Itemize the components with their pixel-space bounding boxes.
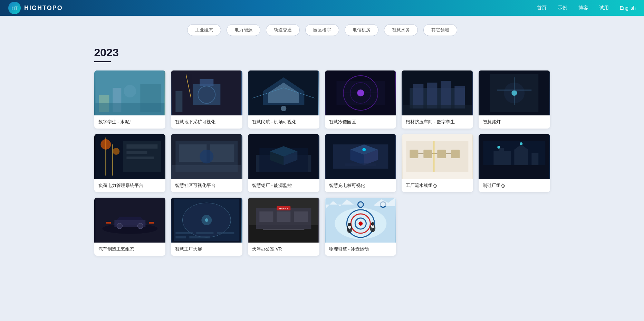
card-5-title: 铝材挤压车间 - 数字孪生	[402, 115, 473, 129]
svg-rect-102	[189, 236, 210, 238]
svg-rect-100	[217, 232, 234, 234]
card-11-title: 工厂流水线组态	[402, 179, 473, 192]
nav-blog[interactable]: 博客	[578, 5, 588, 11]
svg-point-117	[358, 221, 363, 226]
nav-examples[interactable]: 示例	[558, 5, 567, 11]
card-8[interactable]: 智慧社区可视化平台	[171, 134, 242, 192]
nav-trial[interactable]: 试用	[599, 5, 609, 11]
svg-rect-50	[210, 144, 234, 162]
nav-home[interactable]: 首页	[537, 5, 547, 11]
svg-point-97	[205, 218, 208, 222]
svg-rect-28	[441, 81, 451, 108]
nav-lang[interactable]: English	[620, 5, 636, 11]
filter-rail[interactable]: 轨道交通	[266, 24, 300, 36]
card-3-thumb	[248, 70, 319, 115]
filter-campus[interactable]: 园区楼宇	[305, 24, 339, 36]
card-2[interactable]: 智慧地下采矿可视化	[171, 70, 242, 129]
cards-grid: 数字孪生 - 水泥厂 智慧地下采矿可视化	[94, 70, 550, 256]
logo[interactable]: HT HIGHTOPO	[8, 2, 63, 14]
card-3-title: 智慧民航 - 机场可视化	[248, 115, 319, 129]
svg-rect-106	[259, 211, 273, 222]
svg-point-42	[113, 148, 119, 155]
svg-rect-46	[126, 157, 154, 159]
card-4[interactable]: 智慧冷链园区	[325, 70, 396, 129]
card-15[interactable]: HAPPY 天津办公室 VR	[248, 198, 319, 256]
card-10[interactable]: 智慧充电桩可视化	[325, 134, 396, 192]
svg-point-17	[281, 106, 286, 111]
svg-rect-5	[95, 103, 164, 115]
card-14[interactable]: 智慧工厂大屏	[171, 198, 242, 256]
svg-point-35	[511, 90, 517, 96]
svg-rect-71	[451, 150, 460, 158]
filter-other[interactable]: 其它领域	[423, 24, 457, 36]
svg-rect-108	[294, 211, 308, 222]
svg-rect-68	[410, 150, 418, 158]
card-9[interactable]: 智慧钢厂 - 能源监控	[248, 134, 319, 192]
card-11-thumb	[402, 134, 473, 179]
svg-rect-107	[277, 211, 290, 222]
card-15-title: 天津办公室 VR	[248, 243, 319, 256]
svg-point-122	[348, 223, 351, 226]
svg-marker-80	[531, 153, 538, 165]
card-14-thumb	[171, 198, 242, 243]
card-6[interactable]: 智慧路灯	[479, 70, 550, 129]
filter-industrial[interactable]: 工业组态	[187, 24, 221, 36]
card-5[interactable]: 铝材挤压车间 - 数字孪生	[402, 70, 473, 129]
card-3[interactable]: 智慧民航 - 机场可视化	[248, 70, 319, 129]
card-16-thumb	[325, 198, 396, 243]
card-12-thumb	[479, 134, 550, 179]
svg-rect-91	[106, 222, 111, 224]
filter-telecom[interactable]: 电信机房	[345, 24, 378, 36]
svg-rect-98	[175, 232, 193, 234]
card-8-title: 智慧社区可视化平台	[171, 179, 242, 192]
card-2-thumb	[171, 70, 242, 115]
svg-rect-7	[193, 84, 220, 105]
card-7-title: 负荷电力管理系统平台	[94, 179, 166, 192]
svg-rect-51	[172, 165, 241, 179]
svg-point-89	[117, 223, 122, 229]
card-12[interactable]: 制硅厂组态	[479, 134, 550, 192]
card-4-title: 智慧冷链园区	[325, 115, 396, 129]
card-10-title: 智慧充电桩可视化	[325, 179, 396, 192]
card-15-thumb: HAPPY	[248, 198, 319, 243]
filter-bar: 工业组态 电力能源 轨道交通 园区楼宇 电信机房 智慧水务 其它领域	[0, 16, 644, 39]
card-1[interactable]: 数字孪生 - 水泥厂	[94, 70, 166, 129]
svg-rect-70	[437, 150, 446, 158]
svg-rect-36	[497, 89, 531, 91]
card-7-thumb	[94, 134, 166, 179]
svg-point-41	[100, 139, 111, 150]
card-13-title: 汽车制造工艺组态	[94, 243, 166, 256]
card-13-thumb	[94, 198, 166, 243]
card-6-title: 智慧路灯	[479, 115, 550, 129]
card-14-title: 智慧工厂大屏	[171, 243, 242, 256]
svg-rect-44	[126, 144, 157, 149]
year-label: 2023	[94, 46, 550, 59]
main-nav: 首页 示例 博客 试用 English	[537, 5, 636, 11]
svg-rect-8	[200, 79, 213, 86]
svg-point-3	[124, 85, 136, 97]
svg-rect-30	[403, 105, 472, 115]
card-10-thumb	[325, 134, 396, 179]
main-content: 2023 数字孪生 - 水泥厂	[80, 39, 564, 270]
logo-icon: HT	[8, 2, 21, 14]
filter-power[interactable]: 电力能源	[227, 24, 260, 36]
svg-rect-26	[413, 84, 423, 108]
card-1-thumb	[94, 70, 166, 115]
card-9-thumb	[248, 134, 319, 179]
svg-point-90	[137, 223, 143, 229]
svg-point-83	[520, 142, 522, 145]
svg-rect-45	[126, 151, 147, 154]
svg-rect-69	[423, 150, 432, 158]
svg-point-65	[362, 148, 366, 151]
card-13[interactable]: 汽车制造工艺组态	[94, 198, 166, 256]
svg-rect-27	[427, 83, 437, 108]
card-11[interactable]: 工厂流水线组态	[402, 134, 473, 192]
svg-rect-11	[175, 91, 182, 112]
card-5-thumb	[402, 70, 473, 115]
card-8-thumb	[171, 134, 242, 179]
svg-rect-99	[196, 232, 213, 234]
card-16[interactable]: 物理引擎 - 冰壶运动	[325, 198, 396, 256]
card-7[interactable]: 负荷电力管理系统平台	[94, 134, 166, 192]
filter-water[interactable]: 智慧水务	[384, 24, 418, 36]
card-4-thumb	[325, 70, 396, 115]
